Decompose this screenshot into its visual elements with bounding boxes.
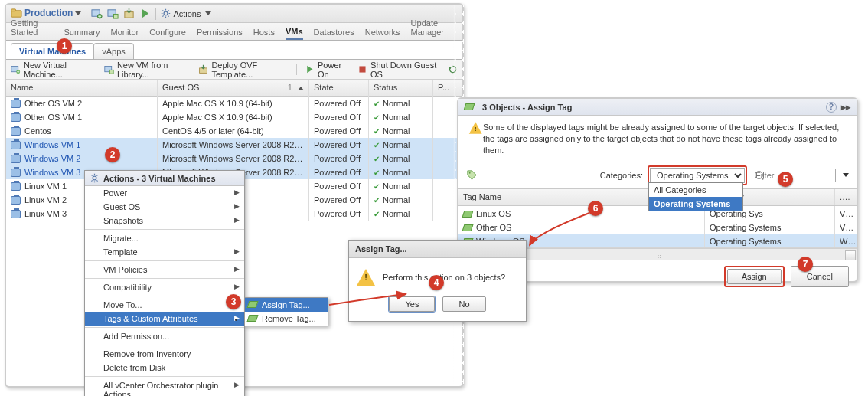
main-tabs: Getting StartedSummaryMonitorConfigurePe… <box>6 23 462 41</box>
power-on-link[interactable]: Power On <box>305 61 350 79</box>
vm-icon <box>11 210 21 218</box>
col-state[interactable]: State <box>309 80 369 96</box>
table-row[interactable]: Windows VM 2Microsoft Windows Server 200… <box>6 152 462 165</box>
svg-marker-14 <box>307 66 312 74</box>
menu-item-remove-from-inventory[interactable]: Remove from Inventory <box>85 347 244 361</box>
svg-rect-12 <box>109 70 113 74</box>
table-row[interactable]: Windows VM 1Microsoft Windows Server 200… <box>6 138 462 152</box>
separator <box>85 345 244 345</box>
vm-icon <box>11 169 21 177</box>
category-select[interactable]: Operating Systems <box>650 168 745 183</box>
col-guestos[interactable]: Guest OS1 <box>158 80 309 96</box>
sort-asc-icon <box>298 87 304 90</box>
deploy-ovf-icon[interactable] <box>123 8 135 19</box>
subtab-virtual-machines[interactable]: Virtual Machines <box>11 43 94 59</box>
tab-datastores[interactable]: Datastores <box>314 25 354 40</box>
menu-item-add-permission-[interactable]: Add Permission... <box>85 329 244 343</box>
menu-item-vm-policies[interactable]: VM Policies <box>85 263 244 277</box>
svg-point-17 <box>93 176 96 180</box>
subtab-vapps[interactable]: vApps <box>93 43 134 59</box>
tab-hosts[interactable]: Hosts <box>253 25 275 40</box>
restart-icon[interactable] <box>448 64 458 75</box>
warning-icon <box>357 269 375 286</box>
dialog-message: Some of the displayed tags might be alre… <box>458 116 857 162</box>
table-row[interactable]: Other OS VM 1Apple Mac OS X 10.9 (64-bit… <box>6 110 462 124</box>
svg-point-8 <box>164 11 168 15</box>
pin-icon[interactable]: ▸▸ <box>841 102 850 113</box>
category-option[interactable]: Operating Systems <box>649 197 742 211</box>
yes-button[interactable]: Yes <box>389 296 435 312</box>
actions-menu[interactable]: Actions <box>161 8 211 18</box>
table-row[interactable]: CentosCentOS 4/5 or later (64-bit)Powere… <box>6 124 462 138</box>
menu-item-tags-custom-attributes[interactable]: Tags & Custom Attributes <box>85 312 244 326</box>
new-vm-icon[interactable] <box>91 8 103 19</box>
svg-marker-7 <box>142 9 148 18</box>
assign-button[interactable]: Assign <box>727 269 782 284</box>
categories-label: Categories: <box>600 171 643 180</box>
svg-rect-1 <box>11 9 16 11</box>
menu-item-template[interactable]: Template <box>85 245 244 259</box>
menu-item-compatibility[interactable]: Compatibility <box>85 280 244 294</box>
separator <box>85 376 244 377</box>
deploy-ovf-link[interactable]: Deploy OVF Template... <box>198 61 289 79</box>
category-option[interactable]: All Categories <box>649 183 742 197</box>
category-select-wrap: Operating Systems All CategoriesOperatin… <box>648 165 747 185</box>
tab-getting-started[interactable]: Getting Started <box>11 15 53 40</box>
submenu-item-assign-tag-[interactable]: Assign Tag... <box>245 298 328 312</box>
separator <box>85 296 244 296</box>
context-menu-title: Actions - 3 Virtual Machines <box>103 174 216 183</box>
help-icon[interactable]: ? <box>826 102 837 113</box>
filter-search <box>752 169 836 182</box>
filter-input[interactable] <box>752 169 836 182</box>
menu-item-delete-from-disk[interactable]: Delete from Disk <box>85 361 244 375</box>
vm-table-header: Name Guest OS1 State Status P... <box>6 80 462 97</box>
col-status[interactable]: Status <box>369 80 433 96</box>
table-row[interactable]: Other OS VM 2Apple Mac OS X 10.9 (64-bit… <box>6 97 462 110</box>
new-vm-lib-link[interactable]: New VM from Library... <box>104 61 191 79</box>
menu-item-all-vcenter-orchestrator-plugin-actions[interactable]: All vCenter Orchestrator plugin Actions <box>85 378 244 396</box>
shutdown-icon <box>357 64 367 75</box>
vm-icon <box>11 100 21 108</box>
tab-configure[interactable]: Configure <box>149 25 186 40</box>
col-name[interactable]: Name <box>6 80 158 96</box>
callout-1: 1 <box>57 38 72 54</box>
tag-icon <box>464 103 475 110</box>
vm-icon <box>11 182 21 191</box>
new-vm-lib-icon <box>104 64 114 75</box>
menu-item-guest-os[interactable]: Guest OS <box>85 200 244 214</box>
tab-monitor[interactable]: Monitor <box>111 25 139 40</box>
divider <box>296 64 297 75</box>
tab-networks[interactable]: Networks <box>365 25 400 40</box>
context-menu: Actions - 3 Virtual Machines PowerGuest … <box>84 170 245 396</box>
separator <box>85 229 244 230</box>
dialog-titlebar: 3 Objects - Assign Tag ? ▸▸ <box>458 99 857 116</box>
chevron-down-icon <box>75 11 81 15</box>
chevron-down-icon[interactable] <box>843 173 849 177</box>
callout-7: 7 <box>798 257 813 272</box>
menu-item-snapshots[interactable]: Snapshots <box>85 214 244 227</box>
context-submenu: Assign Tag...Remove Tag... <box>244 297 328 326</box>
new-tag-icon[interactable] <box>466 169 478 181</box>
svg-point-18 <box>469 172 471 174</box>
callout-6: 6 <box>588 201 603 216</box>
dialog-title: 3 Objects - Assign Tag <box>482 103 572 112</box>
tab-vms[interactable]: VMs <box>286 24 303 40</box>
submenu-item-remove-tag-[interactable]: Remove Tag... <box>245 312 328 326</box>
category-dropdown: All CategoriesOperating Systems <box>648 182 743 211</box>
col-last[interactable]: P... <box>433 80 462 96</box>
menu-item-migrate-[interactable]: Migrate... <box>85 231 244 245</box>
callout-4: 4 <box>429 275 444 290</box>
menu-item-power[interactable]: Power <box>85 186 244 200</box>
shutdown-link[interactable]: Shut Down Guest OS <box>357 61 440 79</box>
no-button[interactable]: No <box>442 296 485 312</box>
power-on-btn-icon[interactable] <box>139 8 151 19</box>
tab-permissions[interactable]: Permissions <box>197 25 243 40</box>
vm-icon <box>11 127 21 136</box>
menu-item-move-to-[interactable]: Move To... <box>85 298 244 312</box>
tab-update-manager[interactable]: Update Manager <box>411 15 458 40</box>
new-vm-lib-icon[interactable] <box>107 8 119 19</box>
col-desc[interactable]: ...ction <box>835 189 857 205</box>
tab-summary[interactable]: Summary <box>64 25 100 40</box>
new-vm-link[interactable]: New Virtual Machine... <box>11 61 96 79</box>
tag-row[interactable]: Other OSOperating SystemsVMs with an OS … <box>458 220 857 234</box>
